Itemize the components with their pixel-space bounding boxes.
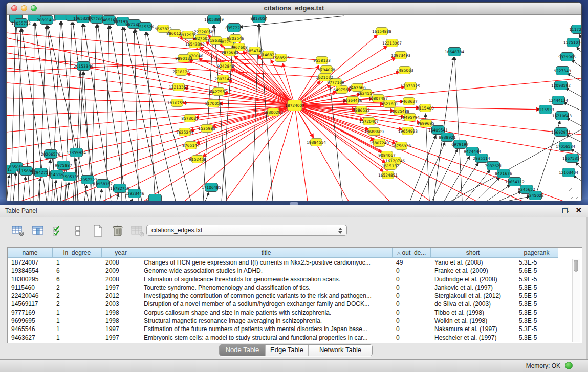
table-cell[interactable]: 0 bbox=[393, 300, 431, 308]
select-columns-button[interactable] bbox=[50, 224, 66, 238]
delete-column-button[interactable] bbox=[110, 224, 125, 238]
graph-node[interactable]: 9794028 bbox=[318, 66, 335, 74]
row-height-button[interactable] bbox=[70, 224, 85, 238]
graph-node[interactable]: 6979197 bbox=[451, 140, 469, 149]
table-row[interactable]: 2242004622012Investigating the contribut… bbox=[8, 292, 573, 300]
graph-edge[interactable] bbox=[132, 199, 133, 201]
graph-node[interactable]: 12973125 bbox=[401, 82, 420, 90]
graph-node[interactable]: 8471676 bbox=[495, 169, 512, 178]
graph-node[interactable]: 10973493 bbox=[391, 52, 410, 59]
table-cell[interactable]: Corpus callosum shape and size in male p… bbox=[140, 309, 393, 317]
table-cell[interactable]: Structural magnetic resonance image aver… bbox=[140, 317, 393, 325]
show-columns-button[interactable] bbox=[30, 224, 46, 238]
table-select-dropdown[interactable]: citations_edges.txt bbox=[146, 225, 347, 236]
table-cell[interactable]: 22420046 bbox=[8, 292, 53, 300]
table-cell[interactable]: 9115460 bbox=[8, 283, 53, 292]
graph-node[interactable]: 16524851 bbox=[378, 171, 398, 179]
table-cell[interactable]: 0 bbox=[393, 309, 431, 317]
tab-edge-table[interactable]: Edge Table bbox=[266, 345, 309, 356]
table-cell[interactable]: 5.9E-5 bbox=[515, 275, 558, 283]
table-cell[interactable]: 2 bbox=[53, 300, 102, 308]
graph-node[interactable]: 8573021 bbox=[181, 115, 199, 122]
table-cell[interactable]: 5.3E-5 bbox=[515, 283, 558, 292]
table-row[interactable]: 1872400712008Changes of HCN gene express… bbox=[8, 258, 573, 267]
vertical-scrollbar[interactable] bbox=[572, 259, 580, 342]
table-cell[interactable]: 0 bbox=[393, 292, 431, 300]
graph-node[interactable]: 16648784 bbox=[445, 48, 464, 56]
graph-edge[interactable] bbox=[572, 60, 581, 67]
graph-node[interactable]: 17359924 bbox=[67, 148, 86, 157]
graph-node[interactable]: 15807249 bbox=[369, 139, 389, 147]
table-cell[interactable]: 19384554 bbox=[8, 267, 53, 275]
graph-edge[interactable] bbox=[267, 105, 295, 201]
table-cell[interactable]: Investigating the contribution of common… bbox=[140, 292, 393, 300]
graph-edge[interactable] bbox=[13, 172, 16, 201]
table-cell[interactable]: 9463627 bbox=[8, 334, 53, 342]
table-cell[interactable]: 5.3E-5 bbox=[515, 334, 558, 342]
table-cell[interactable]: 1 bbox=[53, 309, 102, 317]
graph-node[interactable]: 9245022 bbox=[527, 191, 544, 200]
graph-edge[interactable] bbox=[48, 160, 50, 201]
graph-node[interactable]: 16154838 bbox=[372, 28, 391, 35]
graph-edge[interactable] bbox=[455, 57, 462, 201]
table-cell[interactable]: 5.3E-5 bbox=[515, 258, 558, 267]
column-header-in-degree[interactable]: in_degree bbox=[53, 248, 102, 258]
table-cell[interactable]: 18300295 bbox=[8, 275, 53, 283]
graph-edge[interactable] bbox=[568, 73, 581, 81]
window-resize-grip[interactable] bbox=[569, 188, 580, 199]
table-row[interactable]: 946362711997Embryonic stem cells: a mode… bbox=[8, 334, 573, 342]
graph-node[interactable]: 2803144 bbox=[214, 75, 232, 83]
graph-node[interactable] bbox=[55, 15, 68, 20]
table-cell[interactable]: Tibbo et al. (1998) bbox=[431, 309, 515, 317]
network-view-window[interactable]: citations_edges.txt 18724007966382288601… bbox=[6, 2, 582, 201]
table-row[interactable]: 1938455462009Genome-wide association stu… bbox=[8, 267, 573, 275]
graph-edge[interactable] bbox=[228, 81, 295, 105]
graph-node[interactable]: 7485063 bbox=[396, 67, 413, 74]
table-cell[interactable]: 1997 bbox=[102, 325, 140, 333]
table-cell[interactable]: 2012 bbox=[102, 292, 140, 300]
tab-node-table[interactable]: Node Table bbox=[220, 345, 266, 356]
window-titlebar[interactable]: citations_edges.txt bbox=[7, 3, 581, 15]
table-cell[interactable]: de Silva et al. (2003) bbox=[431, 300, 515, 308]
table-cell[interactable]: 49 bbox=[393, 258, 431, 267]
table-cell[interactable]: 9699695 bbox=[8, 317, 53, 325]
graph-node[interactable]: 18107553 bbox=[167, 99, 187, 107]
graph-node[interactable]: 15751074 bbox=[563, 38, 581, 47]
graph-node[interactable]: 9329966 bbox=[558, 53, 576, 61]
table-cell[interactable]: 1998 bbox=[102, 317, 140, 325]
graph-node[interactable]: 9699695 bbox=[417, 120, 434, 127]
graph-node[interactable] bbox=[149, 194, 162, 201]
graph-edge[interactable] bbox=[567, 118, 581, 126]
table-cell[interactable]: Stergiakouli et al. (2012) bbox=[431, 292, 515, 300]
table-cell[interactable]: Estimation of significance thresholds fo… bbox=[140, 275, 393, 283]
table-cell[interactable]: Disruption of a novel member of a sodium… bbox=[140, 300, 393, 308]
table-cell[interactable]: Embryonic stem cells: a model to study s… bbox=[140, 334, 393, 342]
table-cell[interactable]: 1997 bbox=[102, 334, 140, 342]
table-cell[interactable]: Hescheler et al. (1997) bbox=[431, 334, 515, 342]
graph-edge[interactable] bbox=[11, 24, 16, 201]
graph-edge[interactable] bbox=[580, 34, 581, 39]
graph-node[interactable]: 1588595 bbox=[272, 54, 290, 62]
table-cell[interactable]: 5.3E-5 bbox=[515, 317, 558, 325]
graph-edge[interactable] bbox=[7, 175, 9, 201]
graph-node[interactable]: 8357223 bbox=[225, 24, 243, 32]
table-cell[interactable]: 6 bbox=[53, 267, 102, 275]
graph-node[interactable]: 7515526 bbox=[137, 23, 154, 31]
graph-node[interactable]: 2718126 bbox=[172, 68, 190, 76]
graph-node[interactable]: 10654112 bbox=[505, 178, 525, 186]
graph-node[interactable]: 15692971 bbox=[551, 128, 571, 137]
graph-node[interactable]: 1535985 bbox=[198, 125, 215, 133]
table-cell[interactable]: 5.5E-5 bbox=[515, 292, 558, 300]
table-cell[interactable]: 1997 bbox=[102, 283, 140, 292]
table-cell[interactable]: 2003 bbox=[102, 300, 140, 308]
graph-node[interactable]: 16053809 bbox=[204, 15, 224, 24]
table-cell[interactable]: 0 bbox=[393, 275, 431, 283]
graph-node[interactable]: 9115460 bbox=[417, 104, 434, 112]
graph-node[interactable]: 17016534 bbox=[556, 142, 575, 151]
graph-node[interactable]: 19495794 bbox=[400, 114, 420, 121]
table-cell[interactable]: Genome-wide association studies in ADHD. bbox=[140, 267, 393, 275]
table-cell[interactable]: Changes of HCN gene expression and I(f) … bbox=[140, 258, 393, 267]
graph-edge[interactable] bbox=[432, 149, 458, 201]
column-header-title[interactable]: title bbox=[140, 248, 393, 258]
graph-edge[interactable] bbox=[453, 163, 478, 201]
